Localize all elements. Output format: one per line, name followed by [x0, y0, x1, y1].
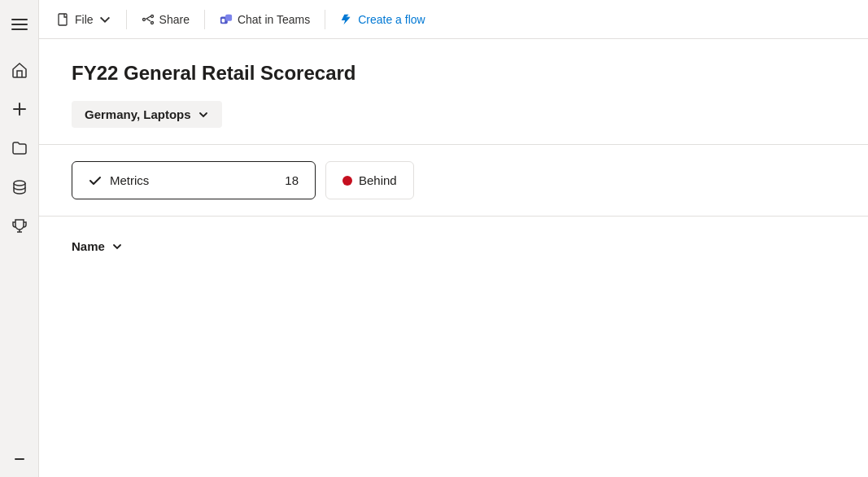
- cards-row: Metrics 18 Behind: [72, 161, 835, 199]
- svg-rect-15: [222, 19, 225, 22]
- file-button[interactable]: File: [49, 8, 120, 31]
- share-label: Share: [159, 13, 190, 26]
- file-icon: [57, 13, 70, 26]
- file-chevron-icon: [98, 13, 111, 26]
- toolbar-divider-3: [325, 10, 325, 29]
- section-divider-1: [39, 144, 868, 145]
- share-icon: [142, 13, 155, 26]
- behind-card[interactable]: Behind: [325, 161, 414, 199]
- page-title: FY22 General Retail Scorecard: [72, 62, 835, 85]
- sidebar-item-menu[interactable]: [3, 8, 36, 41]
- svg-point-13: [227, 14, 230, 17]
- content-area: FY22 General Retail Scorecard Germany, L…: [39, 39, 868, 477]
- svg-rect-0: [11, 19, 28, 20]
- svg-point-9: [150, 21, 153, 24]
- trophy-icon: [11, 218, 28, 234]
- toolbar-divider-2: [204, 10, 205, 29]
- sidebar-item-more[interactable]: [3, 436, 36, 469]
- behind-label: Behind: [359, 173, 397, 187]
- svg-point-8: [150, 15, 153, 17]
- database-icon: [11, 179, 28, 195]
- svg-rect-2: [11, 28, 28, 30]
- plus-icon: [11, 101, 28, 117]
- sidebar-item-goals[interactable]: [3, 210, 36, 243]
- hamburger-icon: [11, 16, 28, 33]
- metrics-count: 18: [285, 173, 299, 187]
- svg-point-10: [142, 18, 145, 20]
- metrics-label: Metrics: [110, 173, 149, 187]
- create-a-flow-label: Create a flow: [358, 13, 425, 26]
- sidebar-item-browse[interactable]: [3, 132, 36, 164]
- section-divider-2: [39, 216, 868, 217]
- svg-rect-6: [15, 458, 24, 460]
- metrics-card-left: Metrics: [89, 173, 149, 187]
- sidebar: [0, 0, 39, 477]
- teams-icon: [220, 13, 233, 26]
- more-icon: [11, 444, 28, 461]
- create-flow-icon: [340, 13, 353, 26]
- sidebar-item-data[interactable]: [3, 171, 36, 203]
- svg-rect-7: [59, 14, 67, 25]
- share-button[interactable]: Share: [133, 8, 198, 31]
- home-icon: [11, 62, 28, 78]
- behind-dot: [342, 176, 352, 186]
- toolbar-divider-1: [126, 10, 127, 29]
- svg-rect-4: [13, 108, 26, 110]
- chat-in-teams-label: Chat in Teams: [238, 13, 310, 26]
- file-label: File: [75, 13, 94, 26]
- sidebar-item-create[interactable]: [3, 93, 36, 125]
- svg-rect-1: [11, 24, 28, 25]
- name-column-header[interactable]: Name: [72, 233, 835, 260]
- filter-dropdown[interactable]: Germany, Laptops: [72, 101, 222, 128]
- check-icon: [89, 174, 102, 187]
- create-a-flow-button[interactable]: Create a flow: [332, 8, 433, 31]
- metrics-card[interactable]: Metrics 18: [72, 161, 316, 199]
- sidebar-item-home[interactable]: [3, 54, 36, 86]
- folder-icon: [11, 140, 28, 156]
- filter-label: Germany, Laptops: [85, 107, 191, 121]
- name-chevron-icon: [111, 241, 123, 252]
- filter-chevron-icon: [198, 109, 209, 120]
- toolbar: File Share: [39, 0, 868, 39]
- name-label: Name: [72, 239, 105, 253]
- chat-in-teams-button[interactable]: Chat in Teams: [212, 8, 318, 31]
- svg-point-5: [14, 181, 25, 186]
- main-area: File Share: [39, 0, 868, 477]
